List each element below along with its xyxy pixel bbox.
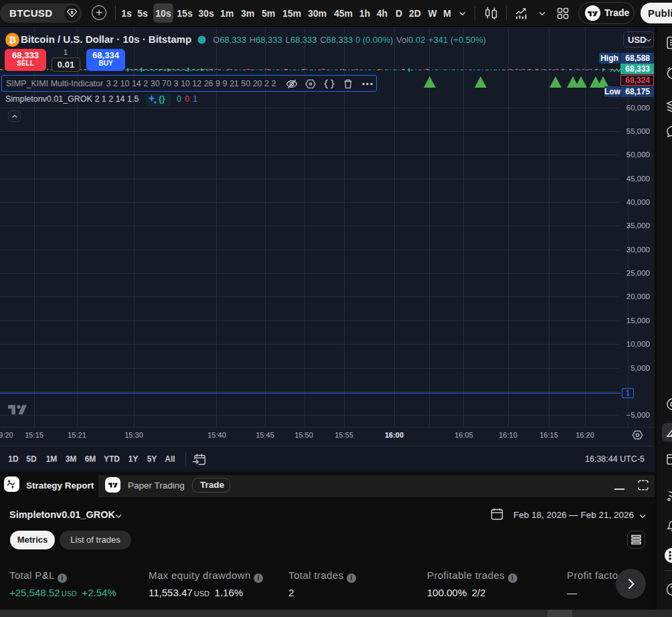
svg-text:₿: ₿ [9, 35, 16, 45]
